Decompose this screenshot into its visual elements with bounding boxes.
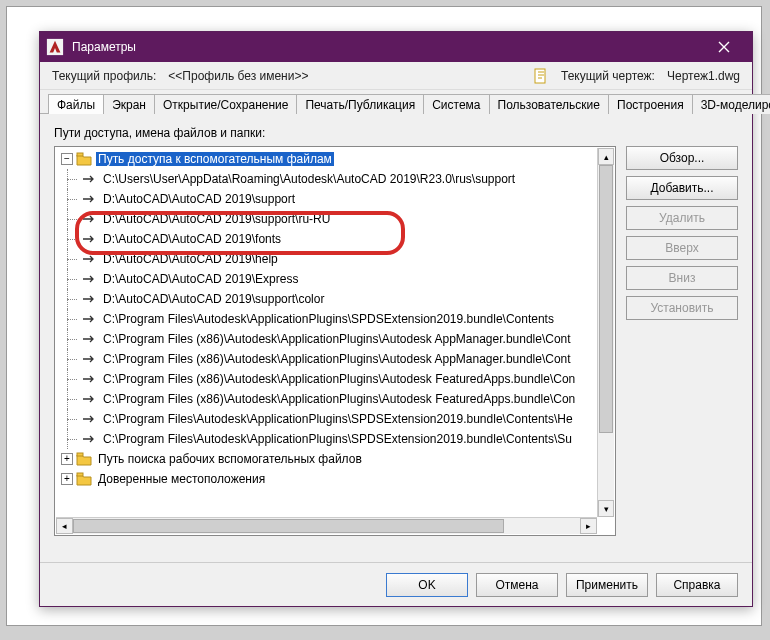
tree-path-item[interactable]: C:\Users\User\AppData\Roaming\Autodesk\A… bbox=[57, 169, 597, 189]
tree-path-item[interactable]: C:\Program Files (x86)\Autodesk\Applicat… bbox=[57, 329, 597, 349]
tab-files[interactable]: Файлы bbox=[48, 94, 104, 114]
window-title: Параметры bbox=[72, 40, 702, 54]
tree-path-item[interactable]: D:\AutoCAD\AutoCAD 2019\fonts bbox=[57, 229, 597, 249]
path-text[interactable]: C:\Program Files (x86)\Autodesk\Applicat… bbox=[101, 352, 573, 366]
path-text[interactable]: D:\AutoCAD\AutoCAD 2019\support\ru-RU bbox=[101, 212, 332, 226]
path-text[interactable]: C:\Users\User\AppData\Roaming\Autodesk\A… bbox=[101, 172, 517, 186]
scroll-right-icon[interactable]: ▸ bbox=[580, 518, 597, 534]
drawing-icon bbox=[533, 68, 549, 84]
ok-button[interactable]: OK bbox=[386, 573, 468, 597]
delete-button: Удалить bbox=[626, 206, 738, 230]
options-dialog: Параметры Текущий профиль: <<Профиль без… bbox=[39, 31, 753, 607]
scroll-thumb-v[interactable] bbox=[599, 165, 613, 433]
tree-label[interactable]: Путь доступа к вспомогательным файлам bbox=[96, 152, 334, 166]
add-button[interactable]: Добавить... bbox=[626, 176, 738, 200]
svg-rect-1 bbox=[535, 69, 545, 83]
close-button[interactable] bbox=[702, 32, 746, 62]
tab-drafting[interactable]: Построения bbox=[608, 94, 693, 114]
footer-buttons: OK Отмена Применить Справка bbox=[40, 562, 752, 606]
tree-path-item[interactable]: C:\Program Files (x86)\Autodesk\Applicat… bbox=[57, 349, 597, 369]
help-button[interactable]: Справка bbox=[656, 573, 738, 597]
path-text[interactable]: C:\Program Files\Autodesk\ApplicationPlu… bbox=[101, 312, 556, 326]
scroll-left-icon[interactable]: ◂ bbox=[56, 518, 73, 534]
tab-plot[interactable]: Печать/Публикация bbox=[296, 94, 424, 114]
scroll-down-icon[interactable]: ▾ bbox=[598, 500, 614, 517]
path-text[interactable]: C:\Program Files (x86)\Autodesk\Applicat… bbox=[101, 332, 573, 346]
tree-view[interactable]: − Путь доступа к вспомогательным файлам … bbox=[54, 146, 616, 536]
drawing-value: Чертеж1.dwg bbox=[667, 69, 740, 83]
app-icon bbox=[46, 38, 64, 56]
tab-user[interactable]: Пользовательские bbox=[489, 94, 610, 114]
tree-path-item[interactable]: C:\Program Files\Autodesk\ApplicationPlu… bbox=[57, 309, 597, 329]
tab-display[interactable]: Экран bbox=[103, 94, 155, 114]
tree-path-item[interactable]: C:\Program Files (x86)\Autodesk\Applicat… bbox=[57, 369, 597, 389]
path-text[interactable]: D:\AutoCAD\AutoCAD 2019\fonts bbox=[101, 232, 283, 246]
tree-root[interactable]: − Путь доступа к вспомогательным файлам bbox=[57, 149, 597, 169]
scrollbar-horizontal[interactable]: ◂ ▸ bbox=[56, 517, 597, 534]
svg-rect-2 bbox=[77, 153, 83, 156]
path-text[interactable]: D:\AutoCAD\AutoCAD 2019\support bbox=[101, 192, 297, 206]
section-label: Пути доступа, имена файлов и папки: bbox=[54, 126, 738, 140]
up-button: Вверх bbox=[626, 236, 738, 260]
tree-path-item[interactable]: D:\AutoCAD\AutoCAD 2019\support bbox=[57, 189, 597, 209]
browse-button[interactable]: Обзор... bbox=[626, 146, 738, 170]
path-text[interactable]: D:\AutoCAD\AutoCAD 2019\Express bbox=[101, 272, 300, 286]
tree-label[interactable]: Доверенные местоположения bbox=[96, 472, 267, 486]
tree-path-item[interactable]: D:\AutoCAD\AutoCAD 2019\support\color bbox=[57, 289, 597, 309]
path-text[interactable]: C:\Program Files\Autodesk\ApplicationPlu… bbox=[101, 412, 575, 426]
tree-path-item[interactable]: C:\Program Files\Autodesk\ApplicationPlu… bbox=[57, 429, 597, 449]
scroll-thumb-h[interactable] bbox=[73, 519, 504, 533]
apply-button[interactable]: Применить bbox=[566, 573, 648, 597]
scrollbar-vertical[interactable]: ▴ ▾ bbox=[597, 148, 614, 517]
tree-path-item[interactable]: C:\Program Files\Autodesk\ApplicationPlu… bbox=[57, 409, 597, 429]
tree-folder[interactable]: + Путь поиска рабочих вспомогательных фа… bbox=[57, 449, 597, 469]
svg-rect-4 bbox=[77, 473, 83, 476]
down-button: Вниз bbox=[626, 266, 738, 290]
path-text[interactable]: C:\Program Files (x86)\Autodesk\Applicat… bbox=[101, 372, 577, 386]
close-icon bbox=[718, 41, 730, 53]
tab-system[interactable]: Система bbox=[423, 94, 489, 114]
profile-value: <<Профиль без имени>> bbox=[168, 69, 308, 83]
path-text[interactable]: C:\Program Files (x86)\Autodesk\Applicat… bbox=[101, 392, 577, 406]
toggle-icon[interactable]: + bbox=[61, 453, 73, 465]
cancel-button[interactable]: Отмена bbox=[476, 573, 558, 597]
profile-label: Текущий профиль: bbox=[52, 69, 156, 83]
drawing-label: Текущий чертеж: bbox=[561, 69, 655, 83]
titlebar: Параметры bbox=[40, 32, 752, 62]
profile-bar: Текущий профиль: <<Профиль без имени>> Т… bbox=[40, 62, 752, 90]
tab-3d[interactable]: 3D-моделирова bbox=[692, 94, 770, 114]
side-buttons: Обзор... Добавить... Удалить Вверх Вниз … bbox=[626, 146, 738, 536]
svg-rect-3 bbox=[77, 453, 83, 456]
tab-open-save[interactable]: Открытие/Сохранение bbox=[154, 94, 297, 114]
path-text[interactable]: C:\Program Files\Autodesk\ApplicationPlu… bbox=[101, 432, 574, 446]
set-button: Установить bbox=[626, 296, 738, 320]
tree-folder[interactable]: + Доверенные местоположения bbox=[57, 469, 597, 489]
toggle-icon[interactable]: + bbox=[61, 473, 73, 485]
path-text[interactable]: D:\AutoCAD\AutoCAD 2019\support\color bbox=[101, 292, 326, 306]
tree-label[interactable]: Путь поиска рабочих вспомогательных файл… bbox=[96, 452, 364, 466]
scroll-up-icon[interactable]: ▴ bbox=[598, 148, 614, 165]
path-text[interactable]: D:\AutoCAD\AutoCAD 2019\help bbox=[101, 252, 280, 266]
tab-strip: Файлы Экран Открытие/Сохранение Печать/П… bbox=[40, 90, 752, 114]
tree-path-item[interactable]: C:\Program Files (x86)\Autodesk\Applicat… bbox=[57, 389, 597, 409]
tree-path-item[interactable]: D:\AutoCAD\AutoCAD 2019\help bbox=[57, 249, 597, 269]
toggle-icon[interactable]: − bbox=[61, 153, 73, 165]
tree-path-item[interactable]: D:\AutoCAD\AutoCAD 2019\Express bbox=[57, 269, 597, 289]
tree-path-item[interactable]: D:\AutoCAD\AutoCAD 2019\support\ru-RU bbox=[57, 209, 597, 229]
